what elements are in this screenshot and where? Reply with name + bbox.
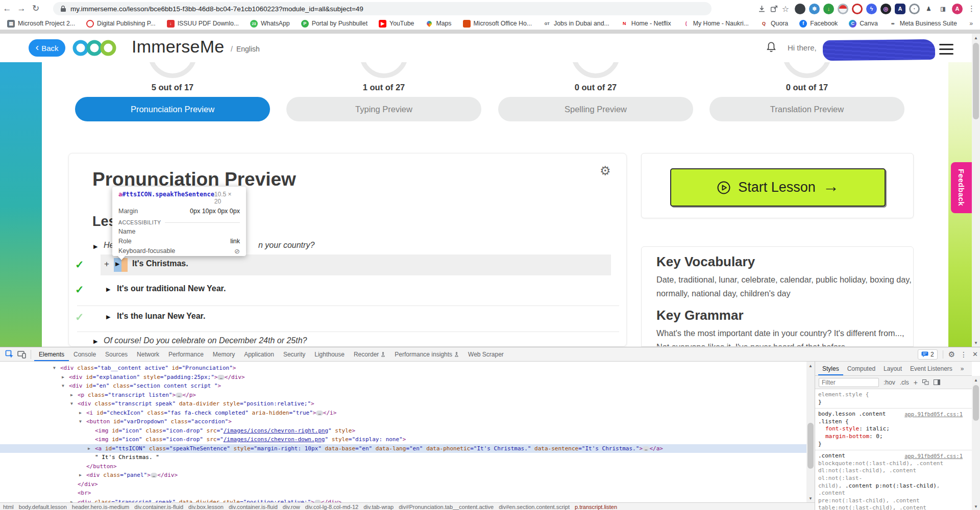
breadcrumb-node[interactable]: div.container.is-fluid xyxy=(229,504,278,510)
scroll-up-icon[interactable]: ▲ xyxy=(972,376,980,384)
new-rule-icon[interactable]: + xyxy=(914,378,918,387)
breadcrumb-node[interactable]: div.col-lg-8.col-md-12 xyxy=(305,504,358,510)
dom-node[interactable]: ▼<div class="transcript speak" data-divi… xyxy=(0,399,806,409)
bookmark-item[interactable]: GTJobs in Dubai and... xyxy=(543,20,609,28)
scroll-up-icon[interactable]: ▲ xyxy=(972,34,980,42)
back-button[interactable]: ‹ Back xyxy=(29,39,65,57)
breadcrumb-node[interactable]: div.container.is-fluid xyxy=(134,504,183,510)
dom-node[interactable]: " It's Christmas. " xyxy=(0,453,806,462)
transcript-listen[interactable]: Of course! Do you celebrate on December … xyxy=(104,336,307,345)
bookmark-item[interactable]: fFacebook xyxy=(799,20,838,28)
transcript-speak[interactable]: It's the lunar New Year. xyxy=(117,312,205,321)
breadcrumb-node[interactable]: html xyxy=(3,504,14,510)
devtools-tab-web-scraper[interactable]: Web Scraper xyxy=(463,347,508,361)
styles-tab-styles[interactable]: Styles xyxy=(818,362,843,375)
start-lesson-button[interactable]: Start Lesson → xyxy=(670,168,886,207)
bookmark-item[interactable]: Maps xyxy=(425,20,451,28)
dom-node[interactable]: ▶<div class="panel">…</div> xyxy=(0,471,806,480)
bookmark-item[interactable]: ∞Meta Business Suite xyxy=(889,20,957,28)
dom-node[interactable]: ▼<button id="varDropdown" class="accordi… xyxy=(0,417,806,426)
play-triangle-icon[interactable]: ▶ xyxy=(106,286,110,293)
side-panel-icon[interactable]: ◨ xyxy=(938,4,948,14)
bookmark-item[interactable]: ↓ISSUU PDF Downlo... xyxy=(167,20,239,28)
breadcrumb-node[interactable]: div.row xyxy=(283,504,300,510)
breadcrumb-node[interactable]: div.box.lesson xyxy=(188,504,224,510)
devtools-tab-elements[interactable]: Elements xyxy=(34,347,69,361)
forward-icon[interactable]: → xyxy=(14,0,29,17)
tab-translation-preview[interactable]: Translation Preview xyxy=(709,97,904,121)
scroll-down-icon[interactable]: ▼ xyxy=(972,502,980,510)
inspect-element-icon[interactable] xyxy=(5,350,14,359)
issues-badge[interactable]: 2 xyxy=(918,349,938,360)
devtools-tab-security[interactable]: Security xyxy=(279,347,310,361)
dom-node[interactable]: ▶<p class="transcript listen">…</p> xyxy=(0,391,806,400)
dom-node[interactable]: </button> xyxy=(0,462,806,471)
bookmark-item[interactable]: Microsoft Office Ho... xyxy=(463,20,532,28)
dom-node[interactable]: <img id="icon" class="icon-drop" src="/i… xyxy=(0,435,806,444)
dom-node[interactable]: ▼<div class="tab__content active" id="Pr… xyxy=(0,364,806,373)
hamburger-menu-icon[interactable] xyxy=(939,44,953,55)
download-icon[interactable] xyxy=(757,5,766,13)
share-icon[interactable] xyxy=(770,5,778,13)
refresh-icon[interactable]: ↻ xyxy=(29,0,43,17)
devtools-tab-sources[interactable]: Sources xyxy=(101,347,132,361)
dark-gradient-extension-icon[interactable]: ◎ xyxy=(880,4,891,14)
bookmark-item[interactable]: QQuora xyxy=(760,20,788,28)
devtools-settings-icon[interactable]: ⚙ xyxy=(948,350,955,359)
scroll-up-icon[interactable]: ▲ xyxy=(806,362,815,370)
breadcrumb-node[interactable]: div.tab-wrap xyxy=(363,504,394,510)
lightning-extension-icon[interactable]: ϟ xyxy=(866,4,877,14)
sidebar-dock-icon[interactable] xyxy=(934,379,940,385)
devtools-menu-icon[interactable]: ⋮ xyxy=(960,350,967,359)
address-bar[interactable]: my.immerseme.co/lesson/bce6bb15-f3bb-46d… xyxy=(53,2,712,15)
paint-format-icon[interactable] xyxy=(922,379,929,385)
bookmark-star-icon[interactable]: ☆ xyxy=(782,4,789,14)
robot-extension-icon[interactable] xyxy=(795,4,805,14)
bookmark-item[interactable]: (My Home - Naukri... xyxy=(682,20,749,28)
scroll-down-icon[interactable]: ▼ xyxy=(806,494,815,502)
elements-scrollbar[interactable]: ▲ ▼ xyxy=(806,362,815,502)
scrollbar-thumb[interactable] xyxy=(973,43,979,119)
bookmark-item[interactable]: PPortal by Pushbullet xyxy=(301,20,368,28)
bookmark-item[interactable]: 23WhatsApp xyxy=(250,20,290,28)
gear-icon[interactable]: ⚙ xyxy=(600,164,611,178)
devtools-tab-performance-insights[interactable]: Performance insights xyxy=(390,347,463,361)
dom-node[interactable]: ▶<i id="checkIcon" class="fas fa-check c… xyxy=(0,409,806,418)
devtools-tab-application[interactable]: Application xyxy=(239,347,279,361)
devtools-tab-network[interactable]: Network xyxy=(132,347,164,361)
outline-circle-extension-icon[interactable]: · xyxy=(909,4,920,14)
tab-pronunciation-preview[interactable]: Pronunciation Preview xyxy=(75,97,270,121)
expand-plus[interactable]: + xyxy=(104,259,109,269)
bookmark-item[interactable]: ▤Microsoft Project 2... xyxy=(7,20,75,28)
dark-pawn-extension-icon[interactable]: ♟ xyxy=(923,4,934,14)
devtools-tab-lighthouse[interactable]: Lighthouse xyxy=(310,347,349,361)
transcript-speak[interactable]: It's our traditional New Year. xyxy=(117,284,226,293)
devtools-close-icon[interactable]: ✕ xyxy=(972,350,978,358)
styles-filter-input[interactable]: Filter xyxy=(819,378,879,387)
bookmark-item[interactable]: ▶YouTube xyxy=(379,20,414,28)
stylesheet-link[interactable]: app.91fbd05f.css:1 xyxy=(904,452,963,460)
stylesheet-link[interactable]: app.91fbd05f.css:1 xyxy=(904,411,963,418)
transcript-listen-right[interactable]: n your country? xyxy=(258,241,314,250)
feedback-tab[interactable]: Feedback xyxy=(951,162,972,213)
devtools-tab-performance[interactable]: Performance xyxy=(164,347,208,361)
hov-toggle[interactable]: :hov xyxy=(884,379,895,386)
devtools-tab-memory[interactable]: Memory xyxy=(208,347,239,361)
dom-node[interactable]: </div> xyxy=(0,480,806,489)
bookmark-item[interactable]: Digital Publishing P... xyxy=(86,20,156,28)
styles-tab-computed[interactable]: Computed xyxy=(843,362,879,375)
play-triangle-icon[interactable]: ▶ xyxy=(115,261,119,267)
breadcrumb-node[interactable]: header.hero.is-medium xyxy=(72,504,130,510)
bookmark-item[interactable]: CCanva xyxy=(849,20,878,28)
breadcrumb-node[interactable]: div#en.section.content.script xyxy=(499,504,570,510)
back-icon[interactable]: ← xyxy=(0,0,14,17)
bookmark-item[interactable]: NHome - Netflix xyxy=(621,20,671,28)
transcript-speak[interactable]: It's Christmas. xyxy=(132,259,188,268)
play-triangle-icon[interactable]: ▶ xyxy=(93,338,97,345)
scrollbar-thumb[interactable] xyxy=(807,423,814,469)
devtools-tab-console[interactable]: Console xyxy=(69,347,101,361)
styles-tab-event-listeners[interactable]: Event Listeners xyxy=(906,362,957,375)
css-declaration[interactable]: margin-bottom: 0; xyxy=(818,433,963,441)
dom-node[interactable]: <br> xyxy=(0,489,806,498)
styles-scrollbar[interactable]: ▲ ▼ xyxy=(972,376,980,510)
